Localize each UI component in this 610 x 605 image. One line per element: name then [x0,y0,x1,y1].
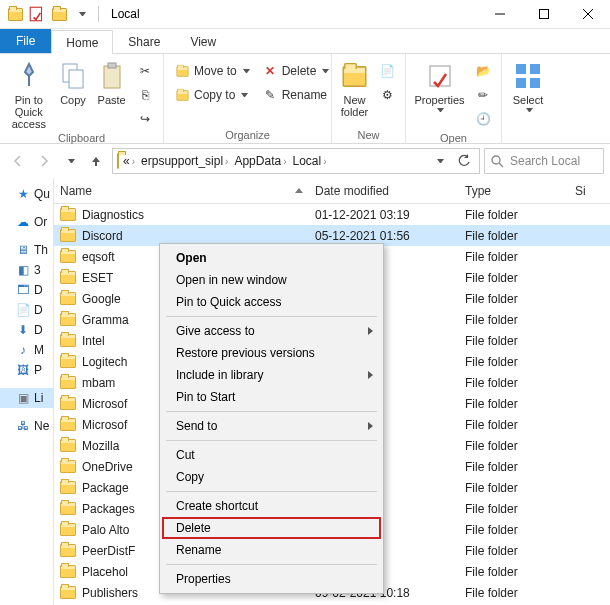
row-name: Packages [82,502,135,516]
sidebar-item[interactable]: ▣Li [0,388,53,408]
delete-button[interactable]: ✕ Delete [258,60,334,82]
search-icon [491,155,504,168]
cut-button[interactable]: ✂ [133,60,157,82]
edit-button[interactable]: ✏ [471,84,495,106]
new-folder-button[interactable]: New folder [338,58,371,118]
cm-restore-versions[interactable]: Restore previous versions [162,342,381,364]
recent-locations-button[interactable] [58,149,82,173]
cm-open[interactable]: Open [162,247,381,269]
sidebar-item[interactable]: 🖧Ne [0,416,53,436]
cm-cut[interactable]: Cut [162,444,381,466]
row-name: Microsof [82,418,127,432]
qat-dropdown-icon[interactable] [72,5,90,23]
sidebar-item[interactable]: ◧3 [0,260,53,280]
col-name[interactable]: Name [54,184,309,198]
cm-copy[interactable]: Copy [162,466,381,488]
tab-strip: File Home Share View [0,29,610,54]
cm-rename[interactable]: Rename [162,539,381,561]
row-type: File folder [459,376,569,390]
sidebar-item[interactable]: 📄D [0,300,53,320]
tab-share[interactable]: Share [113,29,175,53]
crumb-2[interactable]: Local› [290,154,328,168]
copy-button[interactable]: Copy [56,58,91,106]
col-type[interactable]: Type [459,184,569,198]
folder-icon [6,5,24,23]
sidebar: ★Qu☁Or🖥Th◧3🗔D📄D⬇D♪M🖼P▣Li🖧Ne [0,178,54,605]
paste-button[interactable]: Paste [94,58,129,106]
sort-asc-icon [295,188,303,193]
nav-row: «› erpsupport_sipl› AppData› Local› Sear… [0,144,610,178]
forward-button[interactable] [32,149,56,173]
sidebar-item[interactable]: 🖼P [0,360,53,380]
up-button[interactable] [84,149,108,173]
sidebar-item[interactable]: 🖥Th [0,240,53,260]
minimize-button[interactable] [478,0,522,29]
pin-quick-access-button[interactable]: Pin to Quick access [6,58,52,130]
row-name: Mozilla [82,439,119,453]
row-date: 01-12-2021 03:19 [309,208,459,222]
cm-open-new-window[interactable]: Open in new window [162,269,381,291]
move-icon [174,63,190,79]
search-input[interactable]: Search Local [484,148,604,174]
qat-newfolder-icon[interactable] [50,5,68,23]
refresh-button[interactable] [453,150,475,172]
select-button[interactable]: Select [508,58,548,112]
crumb-overflow[interactable]: «› [121,154,137,168]
search-placeholder: Search Local [510,154,580,168]
row-type: File folder [459,481,569,495]
box-icon: ▣ [16,391,30,405]
row-type: File folder [459,292,569,306]
cm-properties[interactable]: Properties [162,568,381,590]
sidebar-item[interactable]: 🗔D [0,280,53,300]
back-button[interactable] [6,149,30,173]
col-date[interactable]: Date modified [309,184,459,198]
cm-give-access[interactable]: Give access to [162,320,381,342]
maximize-button[interactable] [522,0,566,29]
copy-to-button[interactable]: Copy to [170,84,254,106]
history-icon: 🕘 [475,111,491,127]
easy-access-button[interactable]: ⚙ [375,84,399,106]
sidebar-item[interactable]: ♪M [0,340,53,360]
table-row[interactable]: Diagnostics01-12-2021 03:19File folder [54,204,610,225]
tab-view[interactable]: View [175,29,231,53]
group-new-label: New [338,127,399,141]
cloud-icon: ☁ [16,215,30,229]
sidebar-item[interactable]: ★Qu [0,184,53,204]
desktop-icon: 🗔 [16,283,30,297]
cm-delete[interactable]: Delete [162,517,381,539]
crumb-0[interactable]: erpsupport_sipl› [139,154,230,168]
cm-send-to[interactable]: Send to [162,415,381,437]
sidebar-item[interactable]: ☁Or [0,212,53,232]
cm-pin-start[interactable]: Pin to Start [162,386,381,408]
history-button[interactable]: 🕘 [471,108,495,130]
sidebar-item[interactable]: ⬇D [0,320,53,340]
crumb-1[interactable]: AppData› [232,154,288,168]
qat-properties-icon[interactable] [28,5,46,23]
context-menu: Open Open in new window Pin to Quick acc… [159,243,384,594]
addr-dropdown-button[interactable] [427,149,451,173]
svg-rect-8 [108,63,116,68]
sidebar-item-label: Or [34,215,47,229]
folder-icon [60,523,76,536]
col-size[interactable]: Si [569,184,592,198]
open-button[interactable]: 📂 [471,60,495,82]
row-name: PeerDistF [82,544,135,558]
new-item-button[interactable]: 📄 [375,60,399,82]
folder-icon [60,502,76,515]
rename-button[interactable]: ✎ Rename [258,84,334,106]
cm-pin-quick-access[interactable]: Pin to Quick access [162,291,381,313]
tab-file[interactable]: File [0,29,51,53]
sidebar-item-label: Li [34,391,43,405]
paste-shortcut-button[interactable]: ↪ [133,108,157,130]
svg-point-14 [492,156,500,164]
copy-icon [57,60,89,92]
folder-icon [60,460,76,473]
tab-home[interactable]: Home [51,30,113,54]
cm-include-library[interactable]: Include in library [162,364,381,386]
move-to-button[interactable]: Move to [170,60,254,82]
address-bar[interactable]: «› erpsupport_sipl› AppData› Local› [112,148,480,174]
copy-path-button[interactable]: ⎘ [133,84,157,106]
properties-button[interactable]: Properties [412,58,467,112]
close-button[interactable] [566,0,610,29]
cm-create-shortcut[interactable]: Create shortcut [162,495,381,517]
